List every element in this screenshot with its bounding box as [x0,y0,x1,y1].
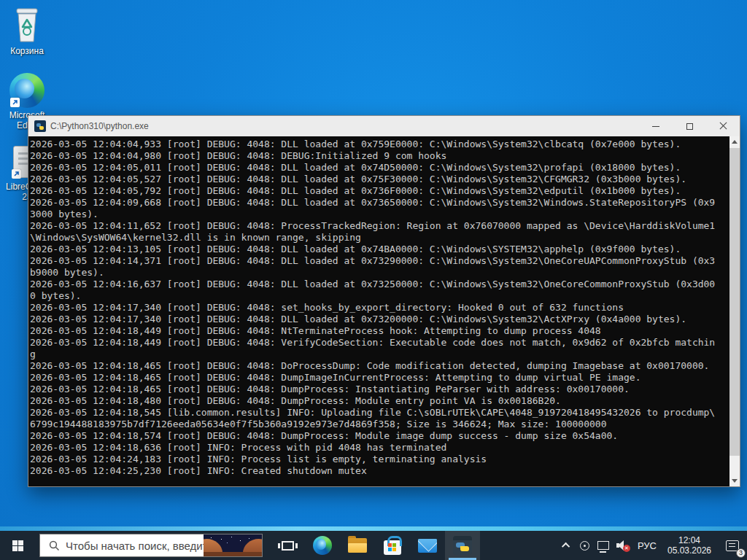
clock-date: 05.03.2026 [662,545,717,556]
clock-time: 12:04 [662,535,717,545]
console-line: 2026-03-05 12:04:04,980 [root] DEBUG: 40… [30,150,728,162]
scrollbar-thumb[interactable] [729,148,740,456]
console-line: 2026-03-05 12:04:18,465 [root] DEBUG: 40… [30,384,728,395]
console-line: 2026-03-05 12:04:18,545 [lib.common.resu… [30,407,728,419]
chevron-up-icon [562,542,570,551]
minimize-button[interactable] [639,116,673,136]
console-line: 2026-03-05 12:04:18,574 [root] DEBUG: 40… [30,430,728,442]
console-line: 2026-03-05 12:04:25,230 [root] INFO: Cre… [30,465,728,477]
tray-app-button[interactable] [576,531,594,560]
tray-app-icon [580,541,589,551]
console-line: \Windows\SysWOW64\kernel32.dll is in kno… [30,232,728,244]
network-icon [597,541,609,550]
store-icon [384,540,401,555]
console-log: 2026-03-05 12:04:04,933 [root] DEBUG: 40… [30,139,728,486]
mail-icon [418,539,437,553]
shortcut-arrow-icon [12,169,21,179]
console-line: b9000 bytes). [30,267,728,279]
start-button[interactable] [0,531,35,560]
taskbar: Чтобы начать поиск, введите ✕ РУС [0,531,747,560]
console-line: 2026-03-05 12:04:18,636 [root] INFO: Pro… [30,442,728,454]
console-line: 0 bytes). [30,290,728,302]
notification-badge: 3 [736,548,746,558]
console-line: 2026-03-05 12:04:24,183 [root] INFO: Pro… [30,454,728,465]
window-controls [639,116,740,136]
minimize-icon [652,126,659,127]
desktop: Корзина Microsoft Edge LibreOffice 25 C:… [0,0,747,560]
console-line: 2026-03-05 12:04:18,449 [root] DEBUG: 40… [30,337,728,349]
scroll-up-icon[interactable] [729,136,740,147]
console-line: 2026-03-05 12:04:13,105 [root] DEBUG: 40… [30,244,728,255]
edge-icon [313,536,332,555]
console-line: 2026-03-05 12:04:14,371 [root] DEBUG: 40… [30,255,728,267]
close-button[interactable] [706,116,740,136]
volume-muted-icon: ✕ [616,540,630,551]
window-title: C:\Python310\python.exe [50,121,149,131]
python-console-icon [34,120,46,132]
file-explorer-button[interactable] [340,531,375,560]
console-line: 6799c194488183975b7df7126eeda05634e0f7f5… [30,419,728,430]
console-line: 2026-03-05 12:04:04,933 [root] DEBUG: 40… [30,139,728,150]
store-button[interactable] [375,531,410,560]
window-titlebar[interactable]: C:\Python310\python.exe [28,116,740,136]
console-line: 2026-03-05 12:04:05,527 [root] DEBUG: 40… [30,174,728,185]
recycle-bin-icon [11,7,43,44]
file-explorer-icon [348,538,367,553]
search-icon [49,540,60,551]
console-line: 2026-03-05 12:04:17,340 [root] DEBUG: 40… [30,314,728,325]
volume-button[interactable]: ✕ [613,531,633,560]
console-line: 2026-03-05 12:04:18,465 [root] DEBUG: 40… [30,360,728,372]
language-indicator[interactable]: РУС [633,531,661,560]
maximize-icon [686,123,693,130]
console-line: 3000 bytes). [30,209,728,220]
desktop-icon-recycle-bin[interactable]: Корзина [1,7,53,56]
python-console-icon [453,536,472,555]
tray-chevron-button[interactable] [557,531,576,560]
console-scrollbar[interactable] [729,136,740,486]
network-button[interactable] [594,531,613,560]
console-line: 2026-03-05 12:04:18,480 [root] DEBUG: 40… [30,395,728,407]
console-line: 2026-03-05 12:04:05,011 [root] DEBUG: 40… [30,162,728,174]
console-line: 2026-03-05 12:04:16,637 [root] DEBUG: 40… [30,279,728,290]
taskbar-python-button[interactable] [445,531,480,560]
system-tray: ✕ РУС 12:04 05.03.2026 3 [557,531,747,560]
close-icon [719,122,727,130]
shortcut-arrow-icon [10,98,20,107]
windows-logo-icon [12,540,23,551]
console-window: C:\Python310\python.exe 2026-03-05 12:04… [28,115,740,487]
console-line: 2026-03-05 12:04:18,449 [root] DEBUG: 40… [30,325,728,337]
mail-button[interactable] [410,531,445,560]
action-center-button[interactable]: 3 [718,531,747,560]
task-view-icon [282,541,294,551]
clock[interactable]: 12:04 05.03.2026 [661,531,718,560]
search-highlight-image[interactable] [204,534,262,556]
console-line: 2026-03-05 12:04:09,668 [root] DEBUG: 40… [30,197,728,209]
console-line: 2026-03-05 12:04:17,340 [root] DEBUG: 40… [30,302,728,314]
console-line: 2026-03-05 12:04:11,652 [root] DEBUG: 40… [30,220,728,232]
task-view-button[interactable] [270,531,305,560]
console-line: 2026-03-05 12:04:05,792 [root] DEBUG: 40… [30,185,728,197]
scroll-down-icon[interactable] [729,475,740,486]
search-input[interactable]: Чтобы начать поиск, введите [39,534,263,557]
taskbar-edge-button[interactable] [305,531,340,560]
console-output[interactable]: 2026-03-05 12:04:04,933 [root] DEBUG: 40… [28,136,740,486]
maximize-button[interactable] [673,116,706,136]
desktop-icon-label: Корзина [10,46,44,56]
console-line: 2026-03-05 12:04:18,465 [root] DEBUG: 40… [30,372,728,384]
console-line: g [30,349,728,360]
